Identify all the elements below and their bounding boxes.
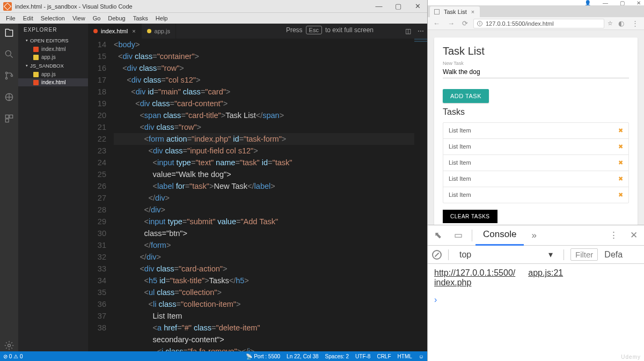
extensions-icon[interactable] bbox=[3, 113, 15, 124]
devtools-close-icon[interactable]: ✕ bbox=[624, 230, 644, 241]
search-icon[interactable] bbox=[3, 48, 15, 60]
status-spaces[interactable]: Spaces: 2 bbox=[325, 353, 349, 359]
menu-help[interactable]: Help bbox=[152, 15, 172, 21]
explorer-icon[interactable] bbox=[3, 27, 15, 39]
chrome-system-buttons: 👤 — ▢ ✕ bbox=[428, 0, 644, 5]
close-window-button[interactable]: ✕ bbox=[408, 2, 427, 10]
back-button[interactable]: ← bbox=[431, 19, 442, 27]
delete-icon[interactable]: ✖ bbox=[618, 159, 623, 166]
chevron-down-icon: ▾ bbox=[548, 249, 553, 260]
browser-tab[interactable]: Task List × bbox=[430, 6, 480, 17]
menu-tasks[interactable]: Tasks bbox=[129, 15, 152, 21]
maximize-button[interactable]: ▢ bbox=[620, 0, 625, 6]
site-info-icon[interactable]: i bbox=[477, 21, 482, 26]
console-filter-input[interactable]: Filter bbox=[570, 248, 598, 261]
code-editor[interactable]: 1415161718192021222324252627282930313233… bbox=[88, 39, 427, 351]
console-prompt-icon[interactable]: › bbox=[434, 295, 638, 305]
status-problems[interactable]: ⊘ 0 ⚠ 0 bbox=[3, 353, 23, 359]
minimize-button[interactable]: — bbox=[369, 2, 389, 10]
explorer-header: EXPLORER bbox=[18, 24, 88, 36]
chrome-tabstrip: Task List × bbox=[428, 5, 644, 17]
window-title: index.html - js_sandbox - Visual Studio … bbox=[15, 3, 369, 10]
debug-icon[interactable] bbox=[3, 91, 15, 103]
menu-debug[interactable]: Debug bbox=[104, 15, 129, 21]
svg-point-2 bbox=[5, 77, 7, 79]
delete-icon[interactable]: ✖ bbox=[618, 143, 623, 150]
more-actions-icon[interactable]: ⋯ bbox=[414, 24, 427, 39]
task-input[interactable] bbox=[443, 66, 629, 78]
chrome-window: 👤 — ▢ ✕ Task List × ← → ⟳ i 127.0.0.1:55… bbox=[427, 0, 644, 361]
device-toolbar-icon[interactable]: ▭ bbox=[448, 230, 469, 241]
maximize-button[interactable]: ▢ bbox=[389, 2, 408, 10]
open-editors-section[interactable]: OPEN EDITORS bbox=[18, 36, 88, 45]
chrome-menu-icon[interactable]: ⋮ bbox=[630, 19, 641, 27]
close-icon[interactable]: × bbox=[132, 28, 135, 34]
file-item[interactable]: app.js bbox=[18, 70, 88, 78]
menu-go[interactable]: Go bbox=[89, 15, 105, 21]
user-icon[interactable]: 👤 bbox=[584, 0, 591, 6]
delete-icon[interactable]: ✖ bbox=[618, 127, 623, 134]
chrome-extension-icon[interactable]: ◐ bbox=[616, 19, 626, 27]
add-task-button[interactable]: ADD TASK bbox=[443, 89, 489, 103]
menu-selection[interactable]: Selection bbox=[37, 15, 69, 21]
console-tab[interactable]: Console bbox=[475, 225, 524, 246]
status-eol[interactable]: CRLF bbox=[377, 353, 391, 359]
delete-icon[interactable]: ✖ bbox=[618, 175, 623, 182]
address-bar[interactable]: i 127.0.0.1:5500/index.html bbox=[473, 19, 604, 28]
file-item[interactable]: index.html bbox=[18, 78, 88, 86]
workspace-section[interactable]: JS_SANDBOX bbox=[18, 61, 88, 70]
default-levels[interactable]: Defa bbox=[604, 250, 623, 260]
open-editor-item[interactable]: app.js bbox=[18, 53, 88, 61]
menu-view[interactable]: View bbox=[69, 15, 89, 21]
svg-point-0 bbox=[5, 50, 11, 56]
list-item: List Item✖ bbox=[443, 187, 628, 203]
minimap[interactable] bbox=[414, 39, 427, 351]
svg-point-8 bbox=[8, 344, 11, 347]
menu-file[interactable]: File bbox=[2, 15, 19, 21]
source-control-icon[interactable] bbox=[3, 70, 15, 82]
close-tab-icon[interactable]: × bbox=[471, 9, 474, 15]
inspect-element-icon[interactable]: ⬉ bbox=[428, 230, 448, 241]
console-output[interactable]: http://127.0.0.1:5500/index.php app.js:2… bbox=[428, 264, 644, 361]
delete-icon[interactable]: ✖ bbox=[618, 191, 623, 198]
reload-button[interactable]: ⟳ bbox=[460, 19, 470, 27]
minimize-button[interactable]: — bbox=[603, 0, 608, 6]
settings-gear-icon[interactable] bbox=[3, 340, 15, 351]
bookmark-icon[interactable]: ☆ bbox=[608, 20, 613, 27]
status-cursor[interactable]: Ln 22, Col 38 bbox=[287, 353, 319, 359]
svg-rect-7 bbox=[5, 119, 9, 122]
status-bar: ⊘ 0 ⚠ 0 📡 Port : 5500 Ln 22, Col 38 Spac… bbox=[0, 351, 427, 361]
list-item: List Item✖ bbox=[443, 139, 628, 155]
list-item: List Item✖ bbox=[443, 155, 628, 171]
forward-button[interactable]: → bbox=[445, 19, 457, 27]
devtools-panel: ⬉ ▭ Console » ⋮ ✕ top▾ Filter Defa http:… bbox=[428, 225, 644, 361]
tab-app-js[interactable]: app.js bbox=[142, 24, 176, 39]
chrome-toolbar: ← → ⟳ i 127.0.0.1:5500/index.html ☆ ◐ ⋮ bbox=[428, 17, 644, 30]
status-language[interactable]: HTML bbox=[398, 353, 412, 359]
close-window-button[interactable]: ✕ bbox=[636, 0, 641, 6]
more-tabs-icon[interactable]: » bbox=[524, 230, 544, 241]
status-port[interactable]: 📡 Port : 5500 bbox=[246, 353, 280, 359]
activity-bar bbox=[0, 24, 18, 351]
tab-title: Task List bbox=[444, 9, 467, 15]
editor-tabs: index.html× app.js ◫ ⋯ bbox=[88, 24, 427, 39]
svg-rect-5 bbox=[5, 115, 9, 118]
console-source-link[interactable]: app.js:21 bbox=[528, 268, 563, 288]
console-link[interactable]: http://127.0.0.1:5500/index.php bbox=[434, 268, 515, 288]
menu-edit[interactable]: Edit bbox=[19, 15, 37, 21]
console-toolbar: top▾ Filter Defa bbox=[428, 246, 644, 264]
open-editor-item[interactable]: index.html bbox=[18, 45, 88, 53]
split-editor-icon[interactable]: ◫ bbox=[401, 24, 414, 39]
svg-point-1 bbox=[5, 72, 7, 73]
status-encoding[interactable]: UTF-8 bbox=[355, 353, 370, 359]
page-title: Task List bbox=[443, 45, 629, 57]
clear-console-icon[interactable] bbox=[432, 250, 442, 260]
clear-tasks-button[interactable]: CLEAR TASKS bbox=[443, 210, 497, 223]
status-feedback-icon[interactable]: ☺ bbox=[419, 353, 424, 359]
vscode-logo-icon bbox=[3, 2, 12, 11]
tab-index-html[interactable]: index.html× bbox=[88, 24, 142, 39]
list-item: List Item✖ bbox=[443, 123, 628, 139]
devtools-menu-icon[interactable]: ⋮ bbox=[603, 230, 624, 241]
esc-key: Esc bbox=[306, 26, 322, 34]
context-selector[interactable]: top▾ bbox=[455, 249, 557, 260]
